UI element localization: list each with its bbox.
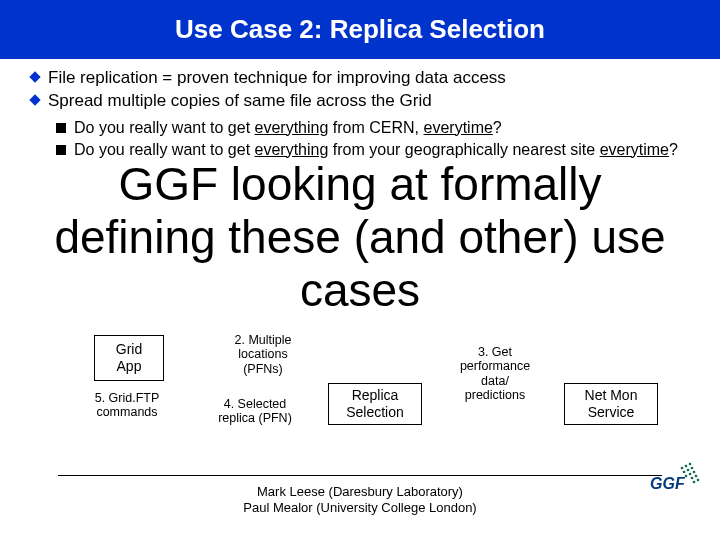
- underlined-text: everything: [255, 141, 329, 158]
- text-fragment: from CERN,: [328, 119, 423, 136]
- diagram-area: Grid App 5. Grid.FTP commands 2. Multipl…: [0, 335, 720, 495]
- box-line: Net Mon: [585, 387, 638, 404]
- box-line: Service: [585, 404, 638, 421]
- svg-point-9: [689, 473, 692, 476]
- label-line: predictions: [440, 388, 550, 402]
- sub-bullet-list: Do you really want to get everything fro…: [56, 118, 692, 160]
- label-step-2: 2. Multiple locations (PFNs): [218, 333, 308, 376]
- overlay-headline: GGF looking at formally defining these (…: [0, 158, 720, 317]
- svg-point-11: [691, 477, 694, 480]
- underlined-text: everytime: [424, 119, 493, 136]
- sub-bullet-1-text: Do you really want to get everything fro…: [74, 118, 502, 138]
- square-bullet-icon: [56, 145, 66, 155]
- footer-line-1: Mark Leese (Daresbury Laboratory): [0, 484, 720, 500]
- svg-rect-0: [29, 71, 40, 82]
- square-bullet-icon: [56, 123, 66, 133]
- slide-footer: Mark Leese (Daresbury Laboratory) Paul M…: [0, 484, 720, 517]
- svg-text:GGF: GGF: [650, 475, 686, 492]
- label-line: 2. Multiple: [218, 333, 308, 347]
- slide-body: File replication = proven technique for …: [0, 59, 720, 160]
- ggf-logo-icon: GGF: [648, 454, 702, 498]
- overlay-line-2: defining these (and other) use: [0, 211, 720, 264]
- label-step-4: 4. Selected replica (PFN): [200, 397, 310, 426]
- bullet-1-text: File replication = proven technique for …: [48, 67, 506, 88]
- svg-rect-1: [29, 95, 40, 106]
- box-line: Replica: [346, 387, 404, 404]
- overlay-line-1: GGF looking at formally: [0, 158, 720, 211]
- svg-point-3: [685, 465, 688, 468]
- svg-point-2: [681, 467, 684, 470]
- text-fragment: Do you really want to get: [74, 119, 255, 136]
- slide-title: Use Case 2: Replica Selection: [0, 0, 720, 59]
- label-line: 3. Get: [440, 345, 550, 359]
- svg-point-4: [689, 463, 692, 466]
- diamond-bullet-icon: [28, 70, 42, 84]
- sub-bullet-2-text: Do you really want to get everything fro…: [74, 140, 678, 160]
- label-step-5: 5. Grid.FTP commands: [72, 391, 182, 420]
- text-fragment: ?: [669, 141, 678, 158]
- footer-line-2: Paul Mealor (University College London): [0, 500, 720, 516]
- bullet-1: File replication = proven technique for …: [28, 67, 692, 88]
- svg-point-5: [683, 471, 686, 474]
- svg-point-14: [697, 479, 700, 482]
- bullet-2-text: Spread multiple copies of same file acro…: [48, 90, 432, 111]
- underlined-text: everytime: [600, 141, 669, 158]
- label-line: 5. Grid.FTP: [72, 391, 182, 405]
- svg-point-6: [687, 469, 690, 472]
- box-net-mon-service: Net Mon Service: [564, 383, 658, 425]
- overlay-line-3: cases: [0, 264, 720, 317]
- sub-bullet-2: Do you really want to get everything fro…: [56, 140, 692, 160]
- text-fragment: ?: [493, 119, 502, 136]
- box-line: Selection: [346, 404, 404, 421]
- label-line: data/: [440, 374, 550, 388]
- label-line: replica (PFN): [200, 411, 310, 425]
- svg-point-7: [691, 467, 694, 470]
- box-line: Grid: [116, 341, 142, 358]
- svg-point-10: [693, 471, 696, 474]
- label-line: 4. Selected: [200, 397, 310, 411]
- label-line: (PFNs): [218, 362, 308, 376]
- label-step-3: 3. Get performance data/ predictions: [440, 345, 550, 403]
- sub-bullet-1: Do you really want to get everything fro…: [56, 118, 692, 138]
- diamond-bullet-icon: [28, 93, 42, 107]
- svg-point-13: [693, 481, 696, 484]
- box-line: App: [116, 358, 142, 375]
- text-fragment: from your geographically nearest site: [328, 141, 599, 158]
- label-line: commands: [72, 405, 182, 419]
- separator-line: [58, 475, 662, 476]
- box-replica-selection: Replica Selection: [328, 383, 422, 425]
- text-fragment: Do you really want to get: [74, 141, 255, 158]
- underlined-text: everything: [255, 119, 329, 136]
- svg-point-12: [695, 475, 698, 478]
- bullet-2: Spread multiple copies of same file acro…: [28, 90, 692, 111]
- svg-point-8: [685, 475, 688, 478]
- label-line: locations: [218, 347, 308, 361]
- label-line: performance: [440, 359, 550, 373]
- box-grid-app: Grid App: [94, 335, 164, 381]
